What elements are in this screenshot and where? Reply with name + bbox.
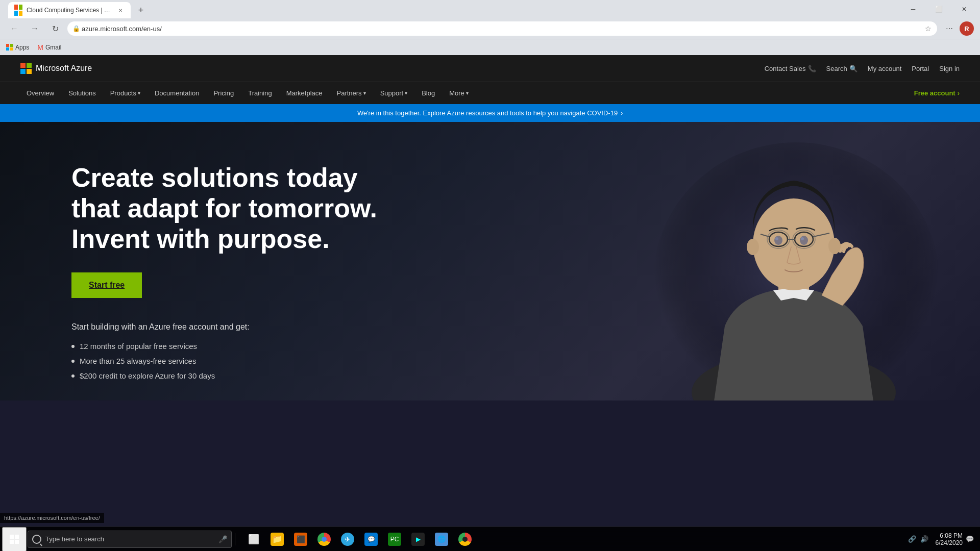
taskbar-app-8[interactable]: ▶ [407, 528, 429, 550]
clock-time: 6:08 PM [936, 532, 963, 539]
task-view-icon: ⬜ [247, 533, 260, 546]
nav-links: Overview Solutions Products ▾ Documentat… [20, 85, 475, 101]
covid-banner[interactable]: We're in this together. Explore Azure re… [0, 104, 980, 122]
sign-in-link[interactable]: Sign in [939, 65, 960, 72]
status-bar-link: https://azure.microsoft.com/en-us/free/ [0, 513, 104, 523]
back-button[interactable]: ← [6, 20, 22, 37]
taskbar-file-explorer[interactable]: 📁 [266, 528, 288, 550]
svg-point-3 [753, 198, 835, 290]
header-search-button[interactable]: Search 🔍 [826, 65, 857, 72]
extensions-button[interactable]: ⋯ [941, 20, 958, 37]
portal-link[interactable]: Portal [912, 65, 929, 72]
azure-logo-text: Microsoft Azure [36, 64, 92, 73]
search-icon: 🔍 [849, 65, 857, 72]
telegram-icon: ✈ [341, 533, 354, 546]
clock-date: 6/24/2020 [936, 539, 963, 546]
nav-solutions[interactable]: Solutions [62, 85, 102, 101]
bookmark-apps[interactable]: Apps [6, 44, 29, 51]
title-bar: Cloud Computing Services | Mi... ✕ + ─ ⬜… [0, 0, 980, 18]
refresh-button[interactable]: ↻ [47, 20, 63, 37]
taskbar-app-10[interactable] [454, 528, 476, 550]
tab-bar: Cloud Computing Services | Mi... ✕ + [4, 0, 149, 18]
search-label: Search [826, 65, 847, 72]
chrome-icon [317, 533, 331, 546]
free-account-button[interactable]: Free account › [914, 89, 960, 97]
support-chevron: ▾ [405, 90, 407, 96]
bullet-icon-3 [71, 374, 75, 378]
taskbar-app-9[interactable]: 🌐 [430, 528, 453, 550]
nav-products[interactable]: Products ▾ [104, 85, 146, 101]
benefit-text-3: $200 credit to explore Azure for 30 days [80, 371, 215, 380]
address-right-icons: ☆ [923, 23, 933, 34]
taskbar-telegram[interactable]: ✈ [336, 528, 359, 550]
restore-button[interactable]: ⬜ [927, 0, 950, 18]
svg-point-16 [828, 238, 841, 254]
benefit-item-1: 12 months of popular free services [71, 342, 378, 350]
benefit-item-3: $200 credit to explore Azure for 30 days [71, 371, 378, 380]
person-svg [643, 127, 949, 400]
nav-marketplace[interactable]: Marketplace [280, 85, 329, 101]
address-input[interactable] [67, 21, 937, 36]
taskbar-mic-icon[interactable]: 🎤 [218, 535, 227, 543]
app3-icon: ⬛ [294, 533, 307, 546]
nav-overview[interactable]: Overview [20, 85, 60, 101]
lock-icon: 🔒 [72, 25, 80, 32]
app8-icon: ▶ [411, 533, 425, 546]
taskbar-right: 🔗 🔊 6:08 PM 6/24/2020 💬 [908, 532, 978, 546]
taskbar-search[interactable]: Type here to search 🎤 [28, 531, 232, 548]
bookmarks-bar: Apps M Gmail [0, 39, 980, 55]
more-chevron: ▾ [466, 90, 469, 96]
close-button[interactable]: ✕ [952, 0, 976, 18]
tab-close-button[interactable]: ✕ [116, 6, 125, 14]
star-icon[interactable]: ☆ [923, 23, 933, 34]
nav-pricing[interactable]: Pricing [207, 85, 240, 101]
apps-favicon [6, 44, 13, 51]
taskbar-chrome[interactable] [313, 528, 335, 550]
taskbar: Type here to search 🎤 ⬜ 📁 ⬛ ✈ 💬 [0, 527, 980, 551]
notification-icon[interactable]: 💬 [966, 535, 974, 543]
taskbar-search-text: Type here to search [45, 535, 104, 543]
app10-icon [458, 533, 472, 546]
new-tab-button[interactable]: + [133, 2, 149, 18]
header-right: Contact Sales 📞 Search 🔍 My account Port… [765, 65, 960, 72]
nav-more[interactable]: More ▾ [443, 85, 475, 101]
start-free-button[interactable]: Start free [71, 272, 142, 298]
address-bar-row: ← → ↻ 🔒 ☆ ⋯ R [0, 18, 980, 39]
free-account-chevron: › [958, 89, 960, 97]
taskbar-app-3[interactable]: ⬛ [289, 528, 312, 550]
nav-blog[interactable]: Blog [415, 85, 441, 101]
forward-button[interactable]: → [27, 20, 43, 37]
minimize-button[interactable]: ─ [901, 0, 925, 18]
bookmark-gmail[interactable]: M Gmail [37, 43, 61, 52]
tab-title: Cloud Computing Services | Mi... [27, 7, 112, 14]
clock[interactable]: 6:08 PM 6/24/2020 [936, 532, 963, 546]
nav-partners[interactable]: Partners ▾ [330, 85, 372, 101]
start-button[interactable] [2, 527, 27, 552]
products-chevron: ▾ [138, 90, 140, 96]
azure-logo[interactable]: Microsoft Azure [20, 63, 92, 74]
toolbar-right: ⋯ R [941, 20, 974, 37]
my-account-link[interactable]: My account [868, 65, 901, 72]
building-text: Start building with an Azure free accoun… [71, 322, 378, 332]
nav-training[interactable]: Training [242, 85, 278, 101]
taskbar-app-7[interactable]: PC [383, 528, 406, 550]
active-tab[interactable]: Cloud Computing Services | Mi... ✕ [8, 2, 131, 18]
benefit-text-2: More than 25 always-free services [80, 357, 196, 365]
covid-banner-text: We're in this together. Explore Azure re… [357, 109, 618, 117]
file-explorer-icon: 📁 [271, 533, 284, 546]
apps-label: Apps [15, 44, 29, 51]
contact-sales[interactable]: Contact Sales 📞 [765, 65, 816, 72]
network-icon[interactable]: 🔗 [908, 535, 916, 543]
nav-support[interactable]: Support ▾ [374, 85, 414, 101]
bullet-icon-1 [71, 345, 75, 348]
profile-button[interactable]: R [960, 21, 974, 36]
taskbar-task-view[interactable]: ⬜ [242, 528, 265, 550]
partners-chevron: ▾ [363, 90, 366, 96]
phone-icon: 📞 [808, 65, 816, 72]
volume-icon[interactable]: 🔊 [920, 535, 928, 543]
bullet-icon-2 [71, 360, 75, 363]
nav-documentation[interactable]: Documentation [149, 85, 205, 101]
start-icon [10, 535, 19, 544]
taskbar-app-6[interactable]: 💬 [360, 528, 382, 550]
hero-content: Create solutions today that adapt for to… [71, 163, 378, 380]
